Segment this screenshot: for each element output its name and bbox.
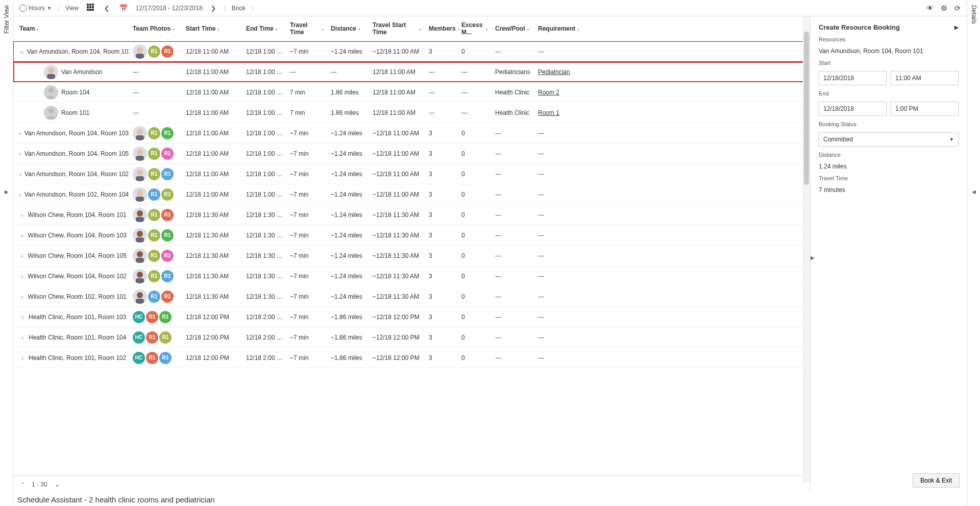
prev-button[interactable]: ❮	[102, 4, 111, 13]
pager-up-icon[interactable]: ⌃	[20, 481, 24, 487]
grid-body[interactable]: ⌄Van Amundson, Room 104, Room 101R1R112/…	[13, 41, 810, 475]
requirement-link[interactable]: Room 1	[538, 109, 559, 116]
grid-icon	[87, 4, 94, 11]
badge-r1: R1	[161, 168, 174, 180]
table-row[interactable]: Room 101---12/18 11:00 AM12/18 1:00 PM7 …	[13, 103, 810, 123]
table-row[interactable]: ›Health Clinic, Room 101, Room 102HCR1R1…	[13, 348, 810, 368]
caret-down-icon: ▼	[47, 6, 52, 11]
end-time-input[interactable]: 1:00 PM	[891, 102, 959, 116]
svg-rect-22	[136, 217, 144, 222]
table-row[interactable]: ›Wilson Chew, Room 102, Room 101R1R112/1…	[13, 286, 810, 307]
chevron-right-icon[interactable]: ›	[19, 212, 25, 218]
chevron-right-icon[interactable]: ›	[19, 355, 26, 361]
requirement-cell: ---	[535, 314, 581, 321]
col-header-travel[interactable]: Travel Time⌄	[287, 21, 328, 36]
col-header-requirement[interactable]: Requirement⌄	[535, 21, 581, 36]
chevron-right-icon[interactable]: ›	[19, 232, 25, 238]
table-row[interactable]: ›Wilson Chew, Room 104, Room 105R1R112/1…	[13, 246, 810, 266]
table-row[interactable]: Room 104---12/18 11:00 AM12/18 1:00 PM7 …	[13, 82, 810, 103]
expand-right-icon[interactable]: ▶	[5, 189, 9, 195]
table-row[interactable]: ›Wilson Chew, Room 104, Room 101R1R112/1…	[13, 205, 810, 225]
book-button[interactable]: Book	[232, 5, 246, 12]
hours-dropdown[interactable]: Hours ▼	[19, 5, 52, 12]
scrollbar-track[interactable]	[803, 16, 810, 483]
col-header-team[interactable]: Team⌄	[13, 21, 130, 36]
requirement-cell: ---	[535, 334, 581, 341]
excess-cell: ---	[458, 109, 492, 116]
crew-cell: Pediatricians	[492, 68, 535, 76]
team-name: Health Clinic, Room 101, Room 102	[29, 354, 126, 362]
travel-time-cell: ~7 min	[287, 171, 328, 178]
badge-hc: HC	[133, 311, 145, 323]
chevron-right-icon[interactable]: ›	[19, 171, 21, 177]
calendar-icon[interactable]: 📅	[117, 3, 130, 13]
end-time-cell: 12/18 1:30 PM	[243, 273, 287, 280]
expand-details-icon[interactable]: ▶	[954, 25, 959, 30]
crew-cell: ---	[492, 334, 535, 341]
table-row[interactable]: ›Health Clinic, Room 101, Room 103HCR1R1…	[13, 307, 810, 327]
requirement-link[interactable]: Pediatrician	[538, 68, 570, 76]
end-date-input[interactable]: 12/18/2018	[819, 102, 887, 116]
table-row[interactable]: ›Van Amundson, Room 104, Room 105R1R112/…	[13, 143, 810, 164]
status-select[interactable]: Committed▼	[819, 132, 959, 147]
col-header-distance[interactable]: Distance⌄	[328, 21, 370, 36]
table-row[interactable]: ›Health Clinic, Room 101, Room 104HCR1R1…	[13, 327, 810, 348]
grid-view-button[interactable]	[85, 3, 96, 13]
table-row[interactable]: ⌄Van Amundson, Room 104, Room 101R1R112/…	[13, 41, 810, 62]
chevron-down-icon[interactable]: ⌄	[19, 48, 24, 55]
crew-cell: ---	[492, 293, 535, 300]
chevron-right-icon[interactable]: ›	[19, 253, 25, 259]
col-header-crew[interactable]: Crew/Pool⌄	[492, 21, 535, 36]
chevron-right-icon[interactable]: ›	[19, 334, 26, 341]
svg-point-12	[137, 149, 143, 155]
col-header-excess[interactable]: Excess M...⌄	[458, 21, 492, 36]
excess-cell: ---	[458, 68, 492, 76]
date-range-label[interactable]: 12/17/2018 - 12/23/2018	[136, 5, 203, 12]
travel-start-cell: ~12/18 11:30 AM	[370, 293, 426, 300]
table-row[interactable]: ›Wilson Chew, Room 104, Room 102R1R112/1…	[13, 266, 810, 286]
badge-r1: R1	[148, 250, 160, 262]
filter-view-panel-collapsed[interactable]: Filter View ▶	[0, 0, 13, 506]
col-header-start[interactable]: Start Time⌄	[183, 21, 243, 36]
requirement-cell: Pediatrician	[535, 68, 581, 76]
chevron-right-icon[interactable]: ›	[19, 294, 25, 300]
team-name: Wilson Chew, Room 104, Room 105	[28, 252, 127, 259]
filter-view-label: Filter View	[3, 5, 10, 34]
requirement-cell: ---	[535, 150, 581, 157]
visibility-icon[interactable]: 👁	[926, 4, 934, 12]
col-header-end[interactable]: End Time⌄	[243, 21, 287, 36]
col-header-members[interactable]: Members⌄	[426, 21, 458, 36]
table-row[interactable]: ›Van Amundson, Room 104, Room 102R1R112/…	[13, 164, 810, 184]
scrollbar-thumb[interactable]	[804, 32, 809, 185]
col-header-photos[interactable]: Team Photos⌄	[130, 21, 183, 36]
distance-cell: ~1.24 miles	[328, 211, 370, 219]
start-time-cell: 12/18 12:00 PM	[183, 334, 243, 341]
table-row[interactable]: ›Van Amundson, Room 102, Room 104R1R112/…	[13, 184, 810, 205]
chevron-right-icon[interactable]: ›	[19, 314, 26, 320]
badge-r1: R1	[161, 127, 174, 139]
settings-icon[interactable]: ⚙	[941, 4, 947, 12]
start-date-input[interactable]: 12/18/2018	[819, 71, 887, 85]
details-panel-collapsed-tab[interactable]: Details ◀	[967, 0, 980, 506]
svg-point-30	[137, 272, 143, 278]
chevron-right-icon[interactable]: ›	[19, 130, 21, 136]
chevron-right-icon[interactable]: ›	[19, 273, 25, 279]
next-button[interactable]: ❯	[209, 4, 218, 13]
col-header-travel-start[interactable]: Travel Start Time⌄	[370, 21, 426, 36]
pager-down-icon[interactable]: ⌄	[55, 481, 60, 488]
table-row[interactable]: ›Van Amundson, Room 104, Room 103R1R112/…	[13, 123, 810, 143]
table-row[interactable]: ›Wilson Chew, Room 104, Room 103R1R112/1…	[13, 225, 810, 246]
team-photos-cell: ---	[130, 109, 183, 116]
table-row[interactable]: Van Amundson---12/18 11:00 AM12/18 1:00 …	[13, 62, 810, 82]
start-time-input[interactable]: 11:00 AM	[891, 71, 959, 85]
collapse-details-icon[interactable]: ▶	[811, 255, 815, 260]
excess-cell: 0	[458, 293, 492, 300]
chevron-right-icon[interactable]: ›	[19, 191, 21, 198]
book-and-exit-button[interactable]: Book & Exit	[913, 473, 960, 488]
toolbar: Hours ▼ | View ❮ 📅 12/17/2018 - 12/23/20…	[13, 0, 967, 16]
chevron-right-icon[interactable]: ›	[19, 151, 21, 157]
expand-left-icon[interactable]: ◀	[972, 189, 976, 195]
refresh-icon[interactable]: ⟳	[954, 4, 961, 12]
requirement-link[interactable]: Room 2	[538, 89, 559, 96]
travel-time-cell: ~7 min	[287, 232, 328, 239]
